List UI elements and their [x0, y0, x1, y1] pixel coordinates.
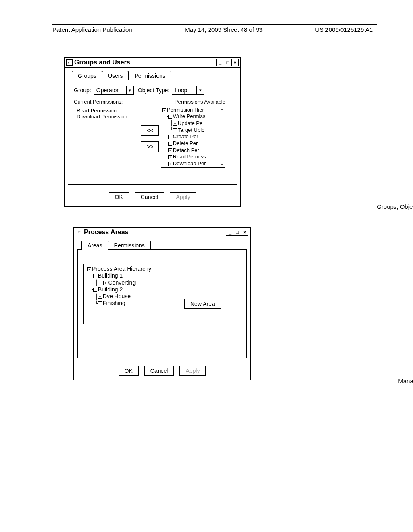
group-select[interactable]: Operator ▾: [94, 86, 134, 95]
dropdown-icon[interactable]: ▾: [196, 86, 204, 94]
process-areas-window: ⌐ Process Areas _ □ ✕ Areas Permissions …: [73, 227, 251, 380]
shuttle-right-button[interactable]: >>: [141, 141, 159, 152]
window-controls: _ □ ✕: [226, 229, 248, 236]
collapse-icon[interactable]: -: [168, 142, 172, 146]
expand-icon[interactable]: +: [103, 281, 107, 285]
collapse-icon[interactable]: -: [93, 288, 97, 292]
tree-item-label: Download Per: [173, 160, 206, 166]
figure-subtitle: Managing Process Areas: [365, 378, 413, 384]
tree-item[interactable]: ├-Write Permiss: [162, 113, 218, 120]
expand-icon[interactable]: +: [98, 301, 102, 305]
areas-panel: -Process Area Hierarchy├-Building 1│ └+C…: [77, 249, 247, 358]
process-area-tree[interactable]: -Process Area Hierarchy├-Building 1│ └+C…: [83, 264, 172, 324]
figure-subtitle: Groups, Object Types and Permissions: [361, 203, 413, 210]
tree-item[interactable]: └-Detach Per: [162, 147, 218, 154]
titlebar[interactable]: ⌐ Groups and Users _ □ ✕: [65, 58, 240, 68]
collapse-icon[interactable]: -: [168, 135, 172, 139]
tab-permissions[interactable]: Permissions: [128, 71, 171, 80]
tab-areas[interactable]: Areas: [81, 241, 108, 250]
group-value: Operator: [94, 86, 126, 94]
current-permissions-list[interactable]: Read PermissionDownload Permission: [74, 106, 138, 162]
titlebar[interactable]: ⌐ Process Areas _ □ ✕: [74, 228, 250, 237]
collapse-icon[interactable]: -: [168, 115, 172, 119]
figure-65: ⌐ Groups and Users _ □ ✕ Groups Users Pe…: [64, 57, 377, 207]
tree-item[interactable]: -Process Area Hierarchy: [87, 266, 169, 272]
tree-item-label: Building 2: [98, 286, 123, 293]
app-icon: ⌐: [66, 59, 73, 66]
object-type-label: Object Type:: [138, 87, 169, 94]
tree-item-label: Delete Per: [173, 140, 198, 146]
tree-item[interactable]: └-Building 2: [87, 286, 169, 293]
close-icon[interactable]: ✕: [241, 229, 248, 235]
group-label: Group:: [74, 87, 91, 94]
window-controls: _ □ ✕: [216, 59, 239, 66]
tab-users[interactable]: Users: [102, 71, 129, 80]
tree-item[interactable]: └+Download Per: [162, 160, 218, 167]
expand-icon[interactable]: +: [173, 128, 177, 132]
tree-item-label: Target Uplo: [178, 127, 204, 133]
figure-caption: FIG. 66 Managing Process Areas: [365, 366, 413, 384]
header-right: US 2009/0125129 A1: [315, 26, 373, 33]
tree-item[interactable]: └+Finishing: [87, 300, 169, 307]
list-item[interactable]: Read Permission: [77, 108, 136, 114]
header-center: May 14, 2009 Sheet 48 of 93: [185, 26, 263, 33]
scroll-up-icon[interactable]: ▴: [219, 106, 225, 112]
tab-permissions[interactable]: Permissions: [108, 241, 151, 250]
collapse-icon[interactable]: -: [162, 108, 166, 112]
apply-button[interactable]: Apply: [170, 192, 196, 202]
tree-item[interactable]: │ └+Converting: [87, 279, 169, 286]
apply-button[interactable]: Apply: [179, 366, 206, 376]
figure-number: FIG. 65: [361, 192, 413, 203]
expand-icon[interactable]: +: [168, 162, 172, 166]
tree-item[interactable]: ├+Update Pe: [162, 120, 218, 127]
tree-item[interactable]: ├-Create Per: [162, 133, 218, 140]
ok-button[interactable]: OK: [119, 366, 139, 376]
permissions-available-tree[interactable]: -Permission Hier├-Write Permiss├+Update …: [161, 106, 225, 168]
tree-item[interactable]: -Permission Hier: [162, 107, 218, 113]
tree-item-label: Dye House: [103, 293, 131, 299]
cancel-button[interactable]: Cancel: [144, 366, 174, 376]
page-header: Patent Application Publication May 14, 2…: [52, 24, 377, 33]
window-title: Groups and Users: [74, 59, 216, 66]
list-item[interactable]: Download Permission: [77, 114, 136, 120]
dropdown-icon[interactable]: ▾: [126, 86, 133, 94]
tree-item[interactable]: ├+Dye House: [87, 293, 169, 300]
close-icon[interactable]: ✕: [231, 59, 238, 66]
figure-caption: FIG. 65 Groups, Object Types and Permiss…: [361, 192, 413, 210]
ok-button[interactable]: OK: [109, 192, 129, 202]
expand-icon[interactable]: +: [173, 122, 177, 126]
tree-item[interactable]: ├-Delete Per: [162, 140, 218, 147]
tree-item[interactable]: ├-Building 1: [87, 272, 169, 279]
maximize-icon[interactable]: □: [234, 229, 241, 235]
collapse-icon[interactable]: -: [87, 267, 91, 271]
minimize-icon[interactable]: _: [217, 59, 224, 66]
tree-item[interactable]: └+Target Uplo: [162, 127, 218, 134]
window-title: Process Areas: [84, 229, 226, 236]
expand-icon[interactable]: +: [168, 155, 172, 159]
groups-users-window: ⌐ Groups and Users _ □ ✕ Groups Users Pe…: [64, 57, 241, 207]
permissions-panel: Group: Operator ▾ Object Type: Loop ▾: [68, 80, 237, 185]
scroll-down-icon[interactable]: ▾: [219, 161, 225, 167]
permissions-available-label: Permissions Available: [161, 99, 225, 105]
tree-item-label: Building 1: [98, 272, 123, 279]
collapse-icon[interactable]: -: [168, 148, 172, 152]
tree-item-label: Update Pe: [178, 120, 202, 126]
app-icon: ⌐: [76, 229, 82, 235]
maximize-icon[interactable]: □: [224, 59, 231, 66]
tab-groups[interactable]: Groups: [72, 71, 102, 80]
scrollbar[interactable]: ▴ ▾: [219, 106, 225, 167]
expand-icon[interactable]: +: [98, 295, 102, 299]
tree-item-label: Finishing: [103, 300, 125, 306]
tree-item-label: Converting: [108, 279, 136, 286]
dialog-buttons: OK Cancel Apply: [74, 362, 250, 380]
tree-item-label: Process Area Hierarchy: [92, 266, 151, 272]
figure-66: ⌐ Process Areas _ □ ✕ Areas Permissions …: [73, 227, 377, 380]
minimize-icon[interactable]: _: [226, 229, 234, 235]
object-type-select[interactable]: Loop ▾: [172, 86, 204, 95]
shuttle-left-button[interactable]: <<: [141, 125, 159, 136]
collapse-icon[interactable]: -: [93, 274, 97, 278]
tree-item[interactable]: ├+Read Permiss: [162, 154, 218, 160]
header-left: Patent Application Publication: [52, 26, 132, 33]
cancel-button[interactable]: Cancel: [135, 192, 165, 202]
new-area-button[interactable]: New Area: [184, 299, 221, 309]
